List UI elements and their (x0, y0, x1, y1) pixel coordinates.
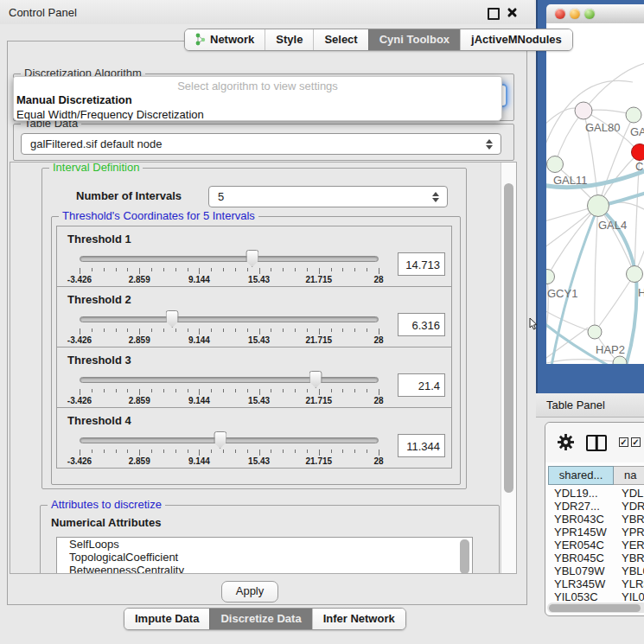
table-cell[interactable]: YPR145W (548, 526, 614, 539)
table-cell[interactable]: YLR3 (614, 577, 644, 590)
network-node-gcy1[interactable] (546, 270, 555, 284)
tick-mark (116, 450, 117, 453)
table-row[interactable]: YDL19...YDL1 (548, 487, 644, 500)
combo-arrows-icon[interactable] (486, 139, 493, 150)
network-node-h[interactable] (627, 266, 643, 283)
float-window-icon[interactable] (488, 8, 500, 20)
column-checkbox-icon[interactable]: ✓ (631, 437, 641, 447)
close-icon[interactable] (507, 7, 517, 17)
threshold-slider[interactable]: -3.4262.8599.14415.4321.71528 (80, 309, 379, 346)
slider-thumb[interactable] (309, 371, 322, 388)
table-cell[interactable]: YIL0 (614, 590, 644, 603)
tab-cyni-toolbox[interactable]: Cyni Toolbox (368, 29, 460, 50)
table-cell[interactable]: YBR0 (614, 552, 644, 564)
table-cell[interactable]: YDR2 (614, 500, 644, 513)
column-checkbox-icon[interactable]: ✓ (619, 437, 628, 447)
numerical-attributes-list[interactable]: SelfLoopsTopologicalCoefficientBetweenne… (56, 537, 473, 574)
threshold-value-field[interactable]: 11.344 (398, 434, 445, 457)
table-row[interactable]: YPR145WYPR1 (548, 526, 644, 539)
group-title: Interval Definition (49, 162, 143, 174)
table-cell[interactable]: YBL079W (548, 564, 614, 577)
network-node-hap2[interactable] (588, 325, 602, 339)
table-cell[interactable]: YER054C (548, 539, 614, 552)
threshold-value-field[interactable]: 14.713 (398, 252, 445, 276)
threshold-slider[interactable]: -3.4262.8599.14415.4321.71528 (80, 430, 379, 467)
table-cell[interactable]: YDL1 (614, 487, 644, 500)
tab-jactivemnodules[interactable]: jActiveMNodules (460, 29, 572, 50)
tick-mark (283, 450, 284, 453)
table-row[interactable]: YER054CYER0 (548, 539, 644, 552)
table-data-combobox[interactable]: galFiltered.sif default node (21, 133, 501, 155)
threshold-slider[interactable]: -3.4262.8599.14415.4321.71528 (80, 249, 379, 285)
network-node-gal4[interactable] (588, 195, 609, 217)
tick-mark (139, 328, 140, 335)
tab-network[interactable]: Network (185, 29, 265, 50)
minimize-traffic-light-icon[interactable] (570, 9, 580, 19)
tick-label: 9.144 (188, 396, 210, 405)
table-row[interactable]: YDR27...YDR2 (548, 500, 644, 513)
tab-style[interactable]: Style (265, 29, 313, 50)
settings-scrollbar[interactable] (501, 163, 517, 573)
dropdown-option-equal-width-frequency-discretization[interactable]: Equal Width/Frequency Discretization (14, 107, 501, 121)
table-cell[interactable]: YER0 (614, 539, 644, 552)
table-panel-title: Table Panel (546, 399, 605, 411)
network-node-gal80[interactable] (575, 102, 592, 119)
split-view-icon[interactable] (586, 435, 607, 451)
table-cell[interactable]: YBR045C (548, 552, 614, 564)
network-node-c[interactable] (632, 144, 644, 161)
table-panel: Table Panel ✓ ✓ shared...na YDL19...YDL1… (536, 393, 644, 644)
tick-mark (199, 450, 200, 456)
slider-thumb[interactable] (245, 250, 258, 267)
table-horizontal-scrollbar[interactable] (547, 603, 644, 613)
tab-select[interactable]: Select (313, 29, 367, 50)
list-item[interactable]: TopologicalCoefficient (57, 551, 472, 564)
combo-arrows-icon[interactable] (432, 192, 439, 202)
table-row[interactable]: YIL053CYIL0 (548, 590, 644, 603)
table-cell[interactable]: YBR043C (548, 513, 614, 526)
table-cell[interactable]: YIL053C (548, 590, 614, 603)
table-cell[interactable]: YLR345W (548, 577, 614, 590)
table-row[interactable]: YBR043CYBR0 (548, 513, 644, 526)
table-row[interactable]: YLR345WYLR3 (548, 577, 644, 590)
network-node-node[interactable] (613, 356, 627, 364)
threshold-value-field[interactable]: 21.4 (398, 373, 445, 397)
tick-mark (307, 450, 308, 453)
table-column-header-na[interactable]: na (614, 466, 644, 485)
threshold-value-field[interactable]: 6.316 (398, 313, 445, 336)
network-node-label: GAL80 (585, 121, 620, 134)
slider-thumb[interactable] (214, 431, 226, 449)
network-node-ga[interactable] (626, 107, 641, 123)
tick-mark (379, 268, 379, 274)
tick-mark (211, 389, 212, 392)
list-scrollbar[interactable] (460, 539, 469, 574)
scrollbar-thumb[interactable] (549, 604, 641, 612)
num-intervals-combobox[interactable]: 5 (208, 186, 448, 207)
table-column-header-shared[interactable]: shared... (548, 466, 614, 485)
table-row[interactable]: YBR045CYBR0 (548, 552, 644, 564)
tick-mark (295, 328, 296, 332)
scrollbar-thumb[interactable] (504, 183, 513, 493)
table-cell[interactable]: YDL19... (548, 487, 614, 500)
slider-thumb[interactable] (166, 310, 179, 328)
zoom-traffic-light-icon[interactable] (584, 9, 595, 19)
gear-icon[interactable] (558, 434, 574, 450)
threshold-slider[interactable]: -3.4262.8599.14415.4321.71528 (80, 370, 379, 406)
table-row[interactable]: YBL079WYBL0 (548, 564, 644, 577)
table-cell[interactable]: YBL0 (614, 564, 644, 577)
tick-mark (235, 389, 236, 392)
network-node-gal11[interactable] (547, 156, 564, 173)
tab-infer-network[interactable]: Infer Network (312, 609, 405, 629)
table-cell[interactable]: YPR1 (614, 526, 644, 539)
apply-button[interactable]: Apply (221, 581, 278, 603)
tab-discretize-data[interactable]: Discretize Data (209, 609, 311, 629)
tick-mark (92, 328, 92, 332)
table-cell[interactable]: YDR27... (548, 500, 614, 513)
network-canvas[interactable]: GAL80GACGAL11GAL4GCY1HHAP2 (546, 23, 644, 364)
tab-impute-data[interactable]: Impute Data (124, 609, 209, 629)
list-item[interactable]: BetweennessCentrality (57, 564, 472, 574)
tick-mark (199, 389, 200, 395)
list-item[interactable]: SelfLoops (57, 538, 472, 551)
close-traffic-light-icon[interactable] (555, 9, 565, 19)
table-cell[interactable]: YBR0 (614, 513, 644, 526)
dropdown-option-manual-discretization[interactable]: Manual Discretization (14, 92, 501, 107)
